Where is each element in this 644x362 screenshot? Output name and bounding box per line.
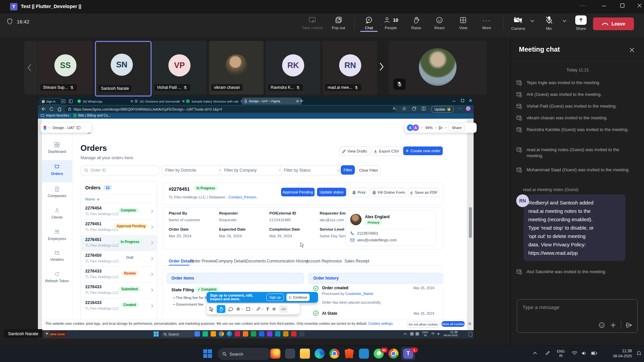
figma-share-button[interactable]: Share	[449, 124, 465, 132]
taskbar-icon-chrome-2[interactable]	[388, 349, 398, 359]
column-header-name[interactable]: Name	[85, 197, 100, 201]
tray-pen-icon[interactable]	[545, 351, 550, 355]
remote-taskbar-icon[interactable]	[299, 331, 305, 337]
continue-google-button[interactable]: G Continue	[286, 294, 310, 301]
more-button[interactable]: ··· More	[482, 16, 491, 30]
close-window-icon[interactable]	[636, 2, 643, 9]
collaborator-avatar[interactable]: A	[412, 124, 419, 131]
camera-button[interactable]: Camera	[512, 15, 525, 31]
browser-tab[interactable]: (6) WhatsApp	[75, 98, 136, 105]
read-aloud-icon[interactable]: A)	[393, 107, 396, 110]
components-tool-icon[interactable]	[272, 307, 276, 311]
remote-taskbar-icon[interactable]	[227, 331, 232, 337]
taskbar-icon-firefox[interactable]	[270, 349, 280, 359]
address-bar[interactable]: https://www.figma.com/design/9BKQ0FOHRWa…	[65, 106, 396, 112]
tab-order-preview[interactable]: Order Preview	[190, 259, 216, 263]
order-row-selected[interactable]: 2276451TL Flex Holdings LLC In Progress	[80, 235, 157, 251]
order-row[interactable]: 2276433TL Flex Holdings LLC Review	[80, 266, 157, 283]
taskbar-icon-chrome[interactable]	[329, 349, 339, 359]
sign-up-button[interactable]: Sign up	[266, 294, 284, 301]
vertical-tabs-icon[interactable]	[69, 99, 73, 103]
export-csv-button[interactable]: Export CSV	[371, 146, 402, 156]
remote-taskbar-icon[interactable]	[195, 331, 200, 337]
order-row[interactable]: 2276433TL Flex Holdings LLC Submitted	[80, 282, 157, 298]
titlebar-more-icon[interactable]: ···	[580, 3, 587, 9]
sidebar-item-dashboard[interactable]: Dashboard	[42, 142, 72, 154]
order-row[interactable]: 2276450TL Flex Holdings LLC Draft	[80, 251, 157, 267]
leave-button[interactable]: Leave	[593, 17, 634, 30]
cookie-deny-button[interactable]: Do not allow cookies	[407, 321, 440, 327]
browser-more-icon[interactable]: ···	[458, 106, 462, 111]
remote-search[interactable]: Search	[161, 331, 195, 337]
fill-online-form-button[interactable]: Fill Online Form	[371, 188, 406, 197]
refresh-icon[interactable]	[49, 107, 54, 111]
message-composer[interactable]: Type a message	[517, 299, 638, 333]
chat-button[interactable]: Chat	[360, 16, 378, 32]
contact-email-row[interactable]: alex@vstatefilings.com	[350, 238, 397, 242]
remote-taskbar-icon[interactable]	[235, 331, 240, 337]
remote-clock[interactable]: 11:3808-04-2025	[444, 330, 458, 337]
new-tab-icon[interactable]	[300, 99, 304, 103]
grid-tool-icon[interactable]	[236, 307, 240, 311]
comment-tool-icon[interactable]	[228, 307, 233, 311]
home-icon[interactable]	[57, 107, 62, 111]
browser-minimize-icon[interactable]	[452, 100, 456, 103]
pen-tool-icon[interactable]	[256, 307, 260, 311]
save-as-pdf-button[interactable]: Save as PDF	[408, 188, 439, 197]
tray-battery-icon[interactable]	[591, 352, 597, 355]
dev-mode-toggle[interactable]: </>	[279, 305, 288, 313]
remote-taskbar-icon[interactable]	[267, 331, 272, 337]
back-icon[interactable]	[41, 107, 46, 111]
sidebar-item-clients[interactable]: Clients	[42, 208, 72, 219]
start-button[interactable]	[203, 349, 212, 358]
create-new-order-button[interactable]: Create new order	[403, 146, 443, 155]
share-button[interactable]: Share	[575, 15, 587, 31]
collections-icon[interactable]	[412, 107, 416, 111]
sidebar-item-refresh-token[interactable]: Refresh Token	[42, 272, 72, 283]
favorite-bills[interactable]: Bills | Billing and Co...	[73, 114, 111, 117]
tiles-scroll-left[interactable]	[24, 41, 38, 95]
remote-taskbar-icon[interactable]	[219, 331, 224, 337]
browser-tab[interactable]: DC Divisions and Surroundings	[132, 98, 187, 105]
layout-icon[interactable]	[76, 126, 80, 129]
mic-button[interactable]: Mic	[544, 15, 554, 31]
remote-taskbar-icon[interactable]	[251, 331, 256, 337]
order-row[interactable]: 2279451TL Flex Holdings LLC Approval Pen…	[80, 219, 157, 235]
view-drafts-button[interactable]: View Drafts	[339, 146, 370, 156]
contact-phone-row[interactable]: 2123874901	[350, 231, 378, 235]
browser-profile-button[interactable]: Sign in	[40, 98, 62, 105]
participant-tile[interactable]: SS Shivani Sup...	[38, 41, 93, 95]
text-tool-icon[interactable]: T	[266, 307, 269, 312]
taskbar-icon-edge[interactable]	[315, 349, 325, 359]
remote-taskbar-icon[interactable]	[283, 331, 288, 337]
sidebar-item-vendors[interactable]: Vendors	[42, 250, 72, 261]
cookie-allow-button[interactable]: Allow all cookies	[441, 321, 465, 327]
tab-close-icon[interactable]	[296, 100, 299, 103]
taskbar-icon-file-explorer[interactable]	[300, 349, 310, 359]
filter-domicile-dropdown[interactable]: Filter by Domicile	[162, 165, 225, 175]
split-screen-icon[interactable]	[422, 107, 426, 111]
tab-invoice[interactable]: Invoice	[329, 259, 342, 263]
taskbar-icon-vscode[interactable]	[359, 349, 369, 359]
zoom-level[interactable]: 94%	[425, 126, 433, 130]
tab-account-rep[interactable]: Account Rep	[306, 259, 329, 263]
attach-plus-icon[interactable]	[610, 322, 616, 328]
tray-notification-icon[interactable]	[637, 351, 641, 356]
filter-status-dropdown[interactable]: Filter by Status	[280, 165, 344, 175]
approval-pending-button[interactable]: Approval Pending	[281, 188, 315, 196]
react-button[interactable]: React	[434, 16, 444, 30]
tray-wifi-icon[interactable]	[572, 351, 578, 356]
workspaces-icon[interactable]	[61, 99, 65, 103]
filter-company-dropdown[interactable]: Filter by Company	[220, 165, 285, 175]
participant-tile-active[interactable]: SN Santosh Narate	[95, 41, 152, 97]
update-button[interactable]: Update	[431, 106, 454, 113]
contact-person-link[interactable]: Contact_Person.	[228, 195, 257, 199]
tray-chevron-icon[interactable]	[533, 351, 537, 355]
participant-tile[interactable]: vikram chavan	[209, 41, 264, 95]
tab-sales-receipt[interactable]: Sales Receipt	[344, 259, 369, 263]
sidebar-item-orders[interactable]: Orders	[42, 164, 72, 176]
presenter-add-button[interactable]	[44, 330, 50, 337]
remote-taskbar-icon[interactable]	[203, 331, 208, 337]
update-status-button[interactable]: Update status	[317, 188, 346, 196]
camera-chevron-icon[interactable]	[530, 19, 535, 23]
